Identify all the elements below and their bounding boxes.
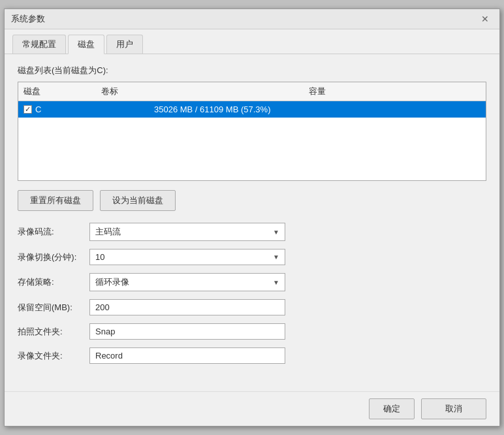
switch-label: 录像切换(分钟): bbox=[18, 251, 89, 263]
disk-tab-content: 磁盘列表(当前磁盘为C): 磁盘 卷标 容量 ✓ C bbox=[5, 54, 499, 391]
volume-label-cell bbox=[71, 101, 149, 118]
snap-input[interactable] bbox=[89, 323, 285, 340]
disk-checkbox[interactable]: ✓ bbox=[24, 105, 32, 114]
reserve-input[interactable] bbox=[89, 299, 285, 315]
snap-control bbox=[89, 323, 285, 340]
col-capacity: 容量 bbox=[149, 82, 486, 101]
disk-table-container: 磁盘 卷标 容量 ✓ C 35026 MB / bbox=[18, 82, 486, 181]
chevron-down-icon: ▼ bbox=[273, 279, 279, 286]
stream-select[interactable]: 主码流 ▼ bbox=[89, 223, 285, 241]
disk-section-label: 磁盘列表(当前磁盘为C): bbox=[18, 65, 486, 76]
title-bar: 系统参数 ✕ bbox=[5, 9, 499, 29]
window-title: 系统参数 bbox=[11, 13, 45, 25]
cancel-button[interactable]: 取消 bbox=[421, 398, 486, 419]
reserve-label: 保留空间(MB): bbox=[18, 302, 89, 314]
stream-row: 录像码流: 主码流 ▼ bbox=[18, 223, 486, 241]
table-row[interactable]: ✓ C 35026 MB / 61109 MB (57.3%) bbox=[18, 101, 486, 118]
disk-button-row: 重置所有磁盘 设为当前磁盘 bbox=[18, 190, 486, 211]
col-disk: 磁盘 bbox=[18, 82, 71, 101]
strategy-row: 存储策略: 循环录像 ▼ bbox=[18, 273, 486, 291]
switch-select[interactable]: 10 ▼ bbox=[89, 249, 285, 265]
tab-general[interactable]: 常规配置 bbox=[12, 35, 66, 54]
stream-value: 主码流 bbox=[95, 226, 268, 238]
tab-bar: 常规配置 磁盘 用户 bbox=[5, 29, 499, 54]
record-input[interactable] bbox=[89, 347, 285, 364]
switch-control: 10 ▼ bbox=[89, 249, 285, 265]
strategy-label: 存储策略: bbox=[18, 276, 89, 288]
disk-table: 磁盘 卷标 容量 ✓ C 35026 MB / bbox=[18, 82, 486, 180]
record-row: 录像文件夹: bbox=[18, 347, 486, 364]
set-current-disk-button[interactable]: 设为当前磁盘 bbox=[100, 190, 176, 211]
stream-control: 主码流 ▼ bbox=[89, 223, 285, 241]
snap-row: 拍照文件夹: bbox=[18, 323, 486, 340]
reserve-control bbox=[89, 299, 285, 315]
table-row-empty-4 bbox=[18, 165, 486, 180]
switch-row: 录像切换(分钟): 10 ▼ bbox=[18, 249, 486, 265]
disk-cell: ✓ C bbox=[18, 101, 71, 118]
system-params-window: 系统参数 ✕ 常规配置 磁盘 用户 磁盘列表(当前磁盘为C): 磁盘 卷标 容量 bbox=[4, 8, 500, 427]
chevron-down-icon: ▼ bbox=[273, 253, 279, 261]
reserve-row: 保留空间(MB): bbox=[18, 299, 486, 315]
record-control bbox=[89, 347, 285, 364]
table-row-empty-1 bbox=[18, 118, 486, 133]
col-label: 卷标 bbox=[71, 82, 149, 101]
strategy-select[interactable]: 循环录像 ▼ bbox=[89, 273, 285, 291]
tab-user[interactable]: 用户 bbox=[106, 35, 143, 54]
capacity-cell: 35026 MB / 61109 MB (57.3%) bbox=[149, 101, 486, 118]
footer: 确定 取消 bbox=[5, 391, 499, 426]
stream-label: 录像码流: bbox=[18, 226, 89, 238]
table-row-empty-3 bbox=[18, 149, 486, 165]
strategy-control: 循环录像 ▼ bbox=[89, 273, 285, 291]
record-label: 录像文件夹: bbox=[18, 350, 89, 362]
snap-label: 拍照文件夹: bbox=[18, 326, 89, 338]
chevron-down-icon: ▼ bbox=[273, 229, 279, 236]
switch-value: 10 bbox=[95, 252, 268, 262]
close-button[interactable]: ✕ bbox=[477, 13, 493, 25]
disk-name: C bbox=[35, 105, 41, 114]
table-row-empty-2 bbox=[18, 133, 486, 149]
reset-all-disks-button[interactable]: 重置所有磁盘 bbox=[18, 190, 93, 211]
strategy-value: 循环录像 bbox=[95, 276, 268, 288]
ok-button[interactable]: 确定 bbox=[369, 398, 415, 419]
tab-disk[interactable]: 磁盘 bbox=[68, 35, 104, 54]
